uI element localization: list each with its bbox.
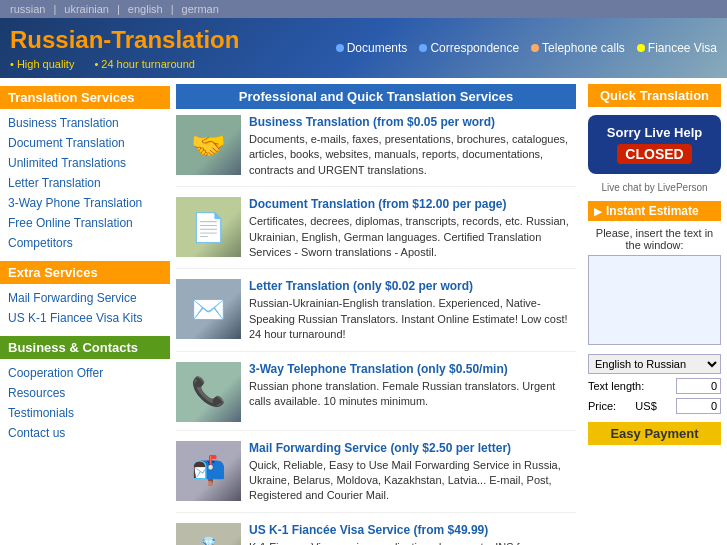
- service-img-visa: 💍: [176, 523, 241, 545]
- lang-german[interactable]: german: [182, 3, 219, 15]
- price-input[interactable]: [676, 398, 721, 414]
- right-panel: Quick Translation Sorry Live Help CLOSED…: [582, 78, 727, 545]
- service-img-phone: 📞: [176, 362, 241, 422]
- main-nav: Documents Correspondence Telephone calls…: [336, 41, 717, 55]
- service-link-document[interactable]: Document Translation (from $12.00 per pa…: [249, 197, 506, 211]
- service-letter-translation: ✉️ Letter Translation (only $0.02 per wo…: [176, 279, 576, 351]
- service-desc-document: Certificates, decrees, diplomas, transcr…: [249, 214, 576, 260]
- service-text-phone: 3-Way Telephone Translation (only $0.50/…: [249, 362, 576, 422]
- price-currency: US$: [635, 400, 656, 412]
- service-text-mail: Mail Forwarding Service (only $2.50 per …: [249, 441, 576, 504]
- sidebar-free-translation[interactable]: Free Online Translation: [0, 213, 170, 233]
- text-length-label: Text length:: [588, 380, 644, 392]
- price-label: Price:: [588, 400, 616, 412]
- sidebar-document-translation[interactable]: Document Translation: [0, 133, 170, 153]
- service-text-visa: US K-1 Fiancée Visa Service (from $49.99…: [249, 523, 576, 545]
- sidebar-visa-kits[interactable]: US K-1 Fiancee Visa Kits: [0, 308, 170, 328]
- service-img-mail: 📬: [176, 441, 241, 501]
- logo-russian: Russian-: [10, 26, 111, 53]
- service-link-business[interactable]: Business Translation (from $0.05 per wor…: [249, 115, 495, 129]
- nav-correspondence-label: Correspondence: [430, 41, 519, 55]
- nav-dot-correspondence: [419, 44, 427, 52]
- main-content: Professional and Quick Translation Servi…: [170, 78, 582, 545]
- logo-translation: Translation: [111, 26, 239, 53]
- nav-telephone[interactable]: Telephone calls: [531, 41, 625, 55]
- language-bar: russian | ukrainian | english | german: [0, 0, 727, 18]
- live-chat-text: Live chat by LivePerson: [588, 182, 721, 193]
- service-desc-mail: Quick, Reliable, Easy to Use Mail Forwar…: [249, 458, 576, 504]
- service-img-business: 🤝: [176, 115, 241, 175]
- sidebar: Translation Services Business Translatio…: [0, 78, 170, 545]
- sidebar-business-contacts: Business & Contacts Cooperation Offer Re…: [0, 336, 170, 443]
- live-help-sorry-text: Sorry Live Help: [598, 125, 711, 140]
- lang-english[interactable]: english: [128, 3, 163, 15]
- service-desc-business: Documents, e-mails, faxes, presentations…: [249, 132, 576, 178]
- sidebar-business-translation[interactable]: Business Translation: [0, 113, 170, 133]
- easy-payment-title: Easy Payment: [588, 422, 721, 445]
- estimate-price-row: Price: US$: [588, 398, 721, 414]
- subtitle-turnaround: 24 hour turnaround: [94, 58, 195, 70]
- nav-dot-documents: [336, 44, 344, 52]
- service-desc-letter: Russian-Ukrainian-English translation. E…: [249, 296, 576, 342]
- lang-russian[interactable]: russian: [10, 3, 45, 15]
- main-container: Translation Services Business Translatio…: [0, 78, 727, 545]
- site-header: Russian-Translation High quality 24 hour…: [0, 18, 727, 78]
- sidebar-mail-forwarding[interactable]: Mail Forwarding Service: [0, 288, 170, 308]
- service-link-visa[interactable]: US K-1 Fiancée Visa Service (from $49.99…: [249, 523, 488, 537]
- service-icon-visa: 💍: [191, 536, 226, 545]
- sidebar-cooperation[interactable]: Cooperation Offer: [0, 363, 170, 383]
- service-desc-phone: Russian phone translation. Female Russia…: [249, 379, 576, 410]
- logo-subtitle: High quality 24 hour turnaround: [10, 58, 239, 70]
- nav-documents[interactable]: Documents: [336, 41, 408, 55]
- sidebar-title-business: Business & Contacts: [0, 336, 170, 359]
- service-link-letter[interactable]: Letter Translation (only $0.02 per word): [249, 279, 473, 293]
- estimate-label: Please, insert the text in the window:: [588, 227, 721, 251]
- live-help-box: Sorry Live Help CLOSED: [588, 115, 721, 174]
- nav-documents-label: Documents: [347, 41, 408, 55]
- logo-title: Russian-Translation: [10, 26, 239, 54]
- content-header: Professional and Quick Translation Servi…: [176, 84, 576, 109]
- nav-fiancee[interactable]: Fiancee Visa: [637, 41, 717, 55]
- sidebar-unlimited-translations[interactable]: Unlimited Translations: [0, 153, 170, 173]
- nav-correspondence[interactable]: Correspondence: [419, 41, 519, 55]
- sidebar-competitors[interactable]: Competitors: [0, 233, 170, 253]
- service-icon-phone: 📞: [191, 375, 226, 408]
- live-help-closed-badge: CLOSED: [617, 144, 691, 164]
- instant-estimate-title: Instant Estimate: [588, 201, 721, 221]
- sidebar-extra-services: Extra Services Mail Forwarding Service U…: [0, 261, 170, 328]
- sidebar-phone-translation[interactable]: 3-Way Phone Translation: [0, 193, 170, 213]
- service-img-document: 📄: [176, 197, 241, 257]
- estimate-language-select[interactable]: English to Russian: [588, 354, 721, 374]
- estimate-textarea[interactable]: [588, 255, 721, 345]
- service-text-letter: Letter Translation (only $0.02 per word)…: [249, 279, 576, 342]
- logo-area: Russian-Translation High quality 24 hour…: [10, 26, 239, 70]
- subtitle-quality: High quality: [10, 58, 74, 70]
- nav-dot-telephone: [531, 44, 539, 52]
- service-phone-translation: 📞 3-Way Telephone Translation (only $0.5…: [176, 362, 576, 431]
- sidebar-resources[interactable]: Resources: [0, 383, 170, 403]
- sidebar-testimonials[interactable]: Testimonials: [0, 403, 170, 423]
- service-icon-business: 🤝: [191, 129, 226, 162]
- service-document-translation: 📄 Document Translation (from $12.00 per …: [176, 197, 576, 269]
- estimate-text-length-row: Text length:: [588, 378, 721, 394]
- right-panel-title: Quick Translation: [588, 84, 721, 107]
- service-img-letter: ✉️: [176, 279, 241, 339]
- sidebar-translation-services: Translation Services Business Translatio…: [0, 86, 170, 253]
- service-icon-mail: 📬: [191, 454, 226, 487]
- nav-telephone-label: Telephone calls: [542, 41, 625, 55]
- service-text-business: Business Translation (from $0.05 per wor…: [249, 115, 576, 178]
- text-length-input[interactable]: [676, 378, 721, 394]
- service-desc-visa: K-1 Fiancee Visa service: application, d…: [249, 540, 576, 545]
- service-link-phone[interactable]: 3-Way Telephone Translation (only $0.50/…: [249, 362, 508, 376]
- lang-ukrainian[interactable]: ukrainian: [64, 3, 109, 15]
- sidebar-contact[interactable]: Contact us: [0, 423, 170, 443]
- nav-fiancee-label: Fiancee Visa: [648, 41, 717, 55]
- service-icon-document: 📄: [191, 211, 226, 244]
- sidebar-letter-translation[interactable]: Letter Translation: [0, 173, 170, 193]
- sidebar-title-translation: Translation Services: [0, 86, 170, 109]
- service-text-document: Document Translation (from $12.00 per pa…: [249, 197, 576, 260]
- service-icon-letter: ✉️: [191, 293, 226, 326]
- service-visa: 💍 US K-1 Fiancée Visa Service (from $49.…: [176, 523, 576, 545]
- service-mail-forwarding: 📬 Mail Forwarding Service (only $2.50 pe…: [176, 441, 576, 513]
- service-link-mail[interactable]: Mail Forwarding Service (only $2.50 per …: [249, 441, 511, 455]
